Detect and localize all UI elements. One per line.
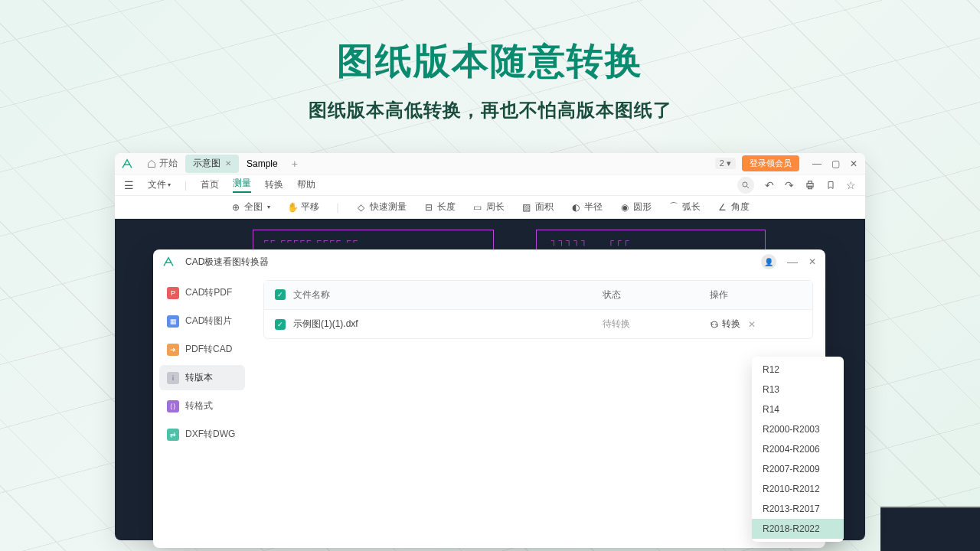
row-filename: 示例图(1)(1).dxf (293, 318, 603, 331)
version-icon: i (167, 372, 179, 384)
tool-radius[interactable]: ◐半径 (570, 201, 603, 214)
col-status: 状态 (603, 289, 710, 302)
close-window-icon[interactable]: ✕ (848, 158, 859, 169)
radius-icon: ◐ (570, 202, 581, 213)
redo-icon[interactable]: ↷ (785, 179, 794, 191)
maximize-icon[interactable]: ▢ (830, 158, 841, 169)
tool-angle[interactable]: ∠角度 (717, 201, 750, 214)
tool-perimeter[interactable]: ▭周长 (472, 201, 505, 214)
titlebar: 开始 示意图 ✕ Sample + 2 ▾ 登录领会员 — ▢ ✕ (115, 153, 865, 174)
menu-icon[interactable]: ☰ (124, 179, 134, 191)
select-all-checkbox[interactable]: ✓ (275, 289, 286, 300)
tool-fit[interactable]: ⊕全图 ▾ (230, 201, 270, 214)
hero-subtitle: 图纸版本高低转换，再也不怕高版本图纸了 (0, 98, 980, 122)
row-remove-icon[interactable]: ✕ (748, 319, 756, 330)
image-icon: ▦ (167, 315, 179, 328)
converter-logo-icon (162, 256, 175, 268)
converter-title: CAD极速看图转换器 (185, 256, 269, 269)
col-filename: 文件名称 (293, 289, 603, 302)
hand-icon: ✋ (287, 202, 298, 213)
menubar: ☰ 文件 ▾ | 首页 测量 转换 帮助 ↶ ↷ ☆ (115, 174, 865, 196)
svg-point-0 (743, 182, 747, 187)
tool-quick-measure[interactable]: ◇快速测量 (356, 201, 407, 214)
version-option[interactable]: R2004-R2006 (752, 439, 844, 459)
user-avatar-icon[interactable]: 👤 (761, 254, 776, 269)
decorative-dark-panel (880, 507, 980, 551)
close-icon[interactable]: ✕ (225, 159, 231, 168)
format-icon: ⟨⟩ (167, 400, 179, 412)
perimeter-icon: ▭ (472, 202, 483, 213)
menu-home[interactable]: 首页 (201, 178, 219, 191)
home-icon (147, 159, 156, 168)
table-header: ✓ 文件名称 状态 操作 (264, 281, 812, 309)
file-table: ✓ 文件名称 状态 操作 ✓ 示例图(1)(1).dxf 待转换 转换 ✕ (263, 280, 813, 339)
sidebar-cad-to-image[interactable]: ▦CAD转图片 (159, 308, 245, 334)
ruler-icon: ⊟ (423, 202, 434, 213)
converter-main: ✓ 文件名称 状态 操作 ✓ 示例图(1)(1).dxf 待转换 转换 ✕ (251, 274, 825, 548)
version-option[interactable]: R14 (752, 399, 844, 419)
zoom-fit-icon: ⊕ (230, 202, 241, 213)
notification-badge[interactable]: 2 ▾ (715, 158, 736, 169)
sidebar-format-convert[interactable]: ⟨⟩转格式 (159, 393, 245, 419)
home-tab[interactable]: 开始 (139, 157, 185, 170)
row-checkbox[interactable]: ✓ (275, 319, 286, 330)
sidebar-cad-to-pdf[interactable]: PCAD转PDF (159, 280, 245, 305)
quick-measure-icon: ◇ (356, 202, 367, 213)
version-option[interactable]: R2018-R2022 (752, 519, 844, 539)
hero-title: 图纸版本随意转换 (0, 37, 980, 86)
tool-area[interactable]: ▨面积 (521, 201, 554, 214)
tool-pan[interactable]: ✋平移 (287, 201, 319, 214)
menu-measure[interactable]: 测量 (233, 177, 251, 193)
menu-help[interactable]: 帮助 (297, 178, 315, 191)
tab-active[interactable]: 示意图 ✕ (185, 155, 239, 173)
svg-rect-2 (808, 181, 812, 183)
svg-rect-3 (808, 186, 812, 189)
converter-titlebar: CAD极速看图转换器 👤 — ✕ (153, 249, 825, 274)
version-option[interactable]: R2000-R2003 (752, 419, 844, 439)
cad-icon: ➜ (167, 344, 179, 356)
arc-icon: ⌒ (668, 202, 679, 213)
pdf-icon: P (167, 287, 179, 299)
version-option[interactable]: R12 (752, 360, 844, 380)
angle-icon: ∠ (717, 202, 728, 213)
tool-length[interactable]: ⊟长度 (423, 201, 456, 214)
star-icon[interactable]: ☆ (846, 179, 856, 191)
version-dropdown: R12R13R14R2000-R2003R2004-R2006R2007-R20… (752, 357, 844, 542)
sidebar-pdf-to-cad[interactable]: ➜PDF转CAD (159, 337, 245, 362)
convert-button[interactable]: 转换 (710, 318, 740, 331)
converter-close-icon[interactable]: ✕ (808, 256, 816, 267)
converter-sidebar: PCAD转PDF ▦CAD转图片 ➜PDF转CAD i转版本 ⟨⟩转格式 ⇄DX… (153, 274, 251, 548)
login-button[interactable]: 登录领会员 (742, 155, 799, 171)
sidebar-version-convert[interactable]: i转版本 (159, 365, 245, 390)
menu-convert[interactable]: 转换 (265, 178, 283, 191)
refresh-icon (710, 320, 719, 329)
version-option[interactable]: R2007-R2009 (752, 459, 844, 479)
row-status: 待转换 (603, 318, 710, 331)
tool-arc[interactable]: ⌒弧长 (668, 201, 701, 214)
circle-icon: ◉ (619, 202, 630, 213)
table-row: ✓ 示例图(1)(1).dxf 待转换 转换 ✕ (264, 309, 812, 338)
search-icon[interactable] (737, 177, 754, 194)
app-logo-icon (121, 158, 133, 170)
undo-icon[interactable]: ↶ (765, 179, 774, 191)
version-option[interactable]: R2010-R2012 (752, 479, 844, 499)
area-icon: ▨ (521, 202, 532, 213)
bookmark-icon[interactable] (826, 181, 835, 190)
toolbar: ⊕全图 ▾ ✋平移 | ◇快速测量 ⊟长度 ▭周长 ▨面积 ◐半径 ◉圆形 ⌒弧… (115, 196, 865, 219)
converter-dialog: CAD极速看图转换器 👤 — ✕ PCAD转PDF ▦CAD转图片 ➜PDF转C… (153, 249, 825, 548)
file-menu[interactable]: 文件 ▾ (148, 178, 171, 191)
converter-minimize-icon[interactable]: — (787, 256, 798, 268)
add-tab-button[interactable]: + (286, 158, 304, 170)
tool-circle[interactable]: ◉圆形 (619, 201, 652, 214)
dwg-icon: ⇄ (167, 429, 179, 441)
version-option[interactable]: R2013-R2017 (752, 499, 844, 519)
version-option[interactable]: R13 (752, 380, 844, 399)
col-ops: 操作 (710, 289, 802, 302)
tab-sample[interactable]: Sample (239, 155, 286, 173)
sidebar-dxf-to-dwg[interactable]: ⇄DXF转DWG (159, 422, 245, 447)
minimize-icon[interactable]: — (812, 158, 822, 169)
print-icon[interactable] (805, 180, 815, 191)
